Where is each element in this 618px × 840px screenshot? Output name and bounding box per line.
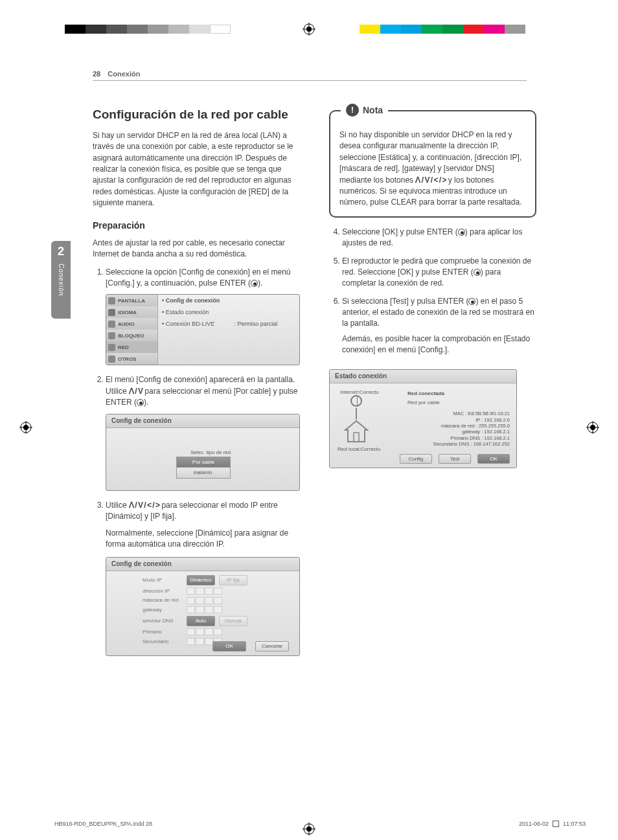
static-ip-button: IP fija [219, 575, 247, 585]
network-icon [108, 344, 115, 351]
network-details: MAC : E8:5B:5B:9G:16:21 IP : 192.168.2.6… [413, 411, 510, 447]
ok-button: OK [477, 454, 510, 464]
page-header: 28 Conexión [93, 70, 527, 81]
steps-list: Seleccione la opción [Config de conexión… [93, 267, 300, 657]
language-icon [108, 309, 115, 316]
local-network-status-label: Red local:Correcto [338, 446, 380, 453]
print-color-bar-right [360, 25, 525, 34]
all-arrows-icon: Ʌ / V / < / > [129, 501, 159, 510]
step-3-note: Normalmente, seleccione [Dinámico] para … [106, 528, 300, 551]
internet-status-label: Internet:Correcto [340, 389, 379, 396]
option-wired: Por cable [176, 457, 231, 468]
screenshot-ip-config: Config de conexión Modo IPDinámicoIP fij… [106, 557, 300, 657]
ok-button: OK [212, 641, 246, 652]
section-title: Conexión [108, 70, 140, 78]
note-box: ! Nota Si no hay disponible un servidor … [329, 110, 536, 218]
step-5: El reproductor le pedirá que compruebe l… [342, 256, 536, 289]
svg-marker-16 [345, 421, 367, 442]
registration-mark-icon [586, 421, 599, 434]
chapter-side-tab: 2 Conexión [51, 241, 71, 319]
clock-icon [553, 821, 559, 827]
wired-label: Red por cable [407, 399, 440, 407]
step-4: Seleccione [OK] y pulse ENTER () para ap… [342, 227, 536, 249]
chapter-label: Conexión [58, 264, 65, 296]
screenshot-connection-status: Estado conexión Internet:Correcto Red lo… [329, 369, 517, 469]
auto-button: Auto [187, 616, 215, 626]
others-icon [108, 356, 115, 363]
left-column: Configuración de la red por cable Si hay… [93, 107, 300, 665]
dialog-title: Config de conexión [106, 558, 299, 572]
audio-icon [108, 321, 115, 328]
page-title: Configuración de la red por cable [93, 107, 300, 122]
registration-mark-icon [303, 23, 315, 36]
chapter-number: 2 [58, 245, 64, 258]
step-2: El menú [Config de conexión] aparecerá e… [106, 374, 300, 491]
lock-icon [108, 332, 115, 339]
preparation-paragraph: Antes de ajustar la red por cable, es ne… [93, 238, 300, 260]
enter-icon [137, 399, 144, 406]
screenshot-network-type: Config de conexión Selec. tipo de red Po… [106, 414, 300, 492]
step-6: Si selecciona [Test] y pulsa ENTER () en… [342, 296, 536, 356]
preparation-heading: Preparación [93, 219, 300, 232]
test-button: Test [439, 454, 471, 464]
registration-mark-icon [303, 823, 315, 835]
dialog-title: Estado conexión [330, 370, 516, 384]
connected-label: Red conectada [407, 390, 444, 398]
config-button: Config [400, 454, 432, 464]
enter-icon [474, 269, 481, 276]
svg-rect-17 [354, 433, 359, 442]
footer-timestamp: 2011-06-02 11:07:53 [519, 821, 586, 827]
cancel-button: Cancelar [255, 641, 289, 652]
right-column: ! Nota Si no hay disponible un servidor … [329, 102, 536, 477]
globe-icon [350, 395, 362, 407]
display-icon [108, 297, 115, 304]
intro-paragraph: Si hay un servidor DHCP en la red de áre… [93, 130, 300, 209]
info-icon: ! [346, 104, 359, 117]
footer-filename: HB916-RD0_BDEUPPK_SPA.indd 28 [54, 821, 152, 827]
print-color-bar-left [65, 25, 231, 34]
screenshot-config-menu: PANTALLAConfig de conexión IDIOMAEstado … [106, 294, 300, 365]
manual-button: Manual [219, 616, 247, 626]
select-type-label: Selec. tipo de red [190, 449, 231, 457]
option-wireless: Inalámb. [176, 467, 231, 479]
dialog-title: Config de conexión [106, 414, 299, 429]
step-3: Utilice Ʌ / V / < / > para seleccionar e… [106, 500, 300, 656]
up-down-arrows-icon: Ʌ / V [129, 387, 143, 396]
steps-list-cont: Seleccione [OK] y pulse ENTER () para ap… [329, 227, 536, 356]
step-1: Seleccione la opción [Config de conexión… [106, 267, 300, 366]
page-number: 28 [93, 70, 100, 78]
enter-icon [251, 280, 258, 287]
registration-mark-icon [19, 421, 32, 434]
house-icon [344, 420, 369, 443]
all-arrows-icon: Ʌ / V / < / > [415, 176, 446, 185]
dynamic-button: Dinámico [187, 575, 215, 585]
note-label: ! Nota [341, 104, 388, 117]
enter-icon [458, 229, 465, 236]
enter-icon [468, 298, 475, 305]
